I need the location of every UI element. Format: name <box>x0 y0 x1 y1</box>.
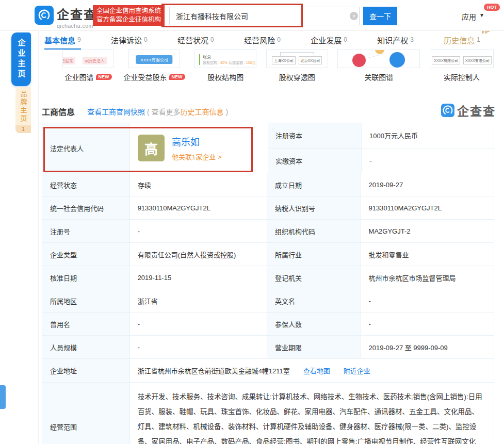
more-prefix: ( 查看更多 <box>147 108 181 116</box>
row-value: - <box>361 289 494 312</box>
row-label: 注册号 <box>42 220 130 242</box>
table-row: 人员规模 - 营业期限 2019-09-27 至 9999-09-09 <box>42 336 494 359</box>
orange-node <box>375 50 384 54</box>
side-tab-company-home[interactable]: 企业主页 <box>11 32 31 86</box>
side-tab-brand-home[interactable]: 品牌主页 1 <box>15 87 31 133</box>
avatar[interactable]: 高 <box>138 135 165 161</box>
card-actual-controller[interactable]: XXXX有限公司 XXXX有限公司 实际控制人 <box>430 50 494 82</box>
view-map-link[interactable]: 查看地图 <box>303 366 330 375</box>
brand-name: 企查查 <box>57 5 97 23</box>
clear-search-icon[interactable]: × <box>350 12 358 20</box>
more-suffix: ) <box>224 108 229 116</box>
actual-controller-thumbnail: XXXX有限公司 XXXX有限公司 <box>430 50 494 68</box>
tab-intellectual-property[interactable]: 知识产权 3 <box>377 31 414 50</box>
row-value: MA2GYGJT-2 <box>361 220 494 242</box>
app-menu[interactable]: HOT 应用 ▼ <box>459 3 500 26</box>
watermark-text: 企查查 <box>457 102 496 119</box>
card-relation-graph[interactable]: 关联图谱 <box>337 50 420 82</box>
floating-side-widget[interactable] <box>0 385 6 409</box>
row-value: 2019-11-15 <box>130 266 267 289</box>
brand-count-badge: 1 <box>15 125 31 133</box>
mini-company-boxes: XXXX有限公司 XXXX有限公司 <box>430 56 493 64</box>
graph-shortcuts: 历史股东 ⊕历史法人 企业图谱 NEW XXXX有限公司 企业受益股东 NEW <box>62 50 494 82</box>
tab-label: 经营状况 <box>177 35 208 45</box>
red-node <box>352 54 366 67</box>
tab-count: 1 <box>477 36 480 43</box>
tab-basic-info[interactable]: 基本信息 9 <box>44 31 81 50</box>
scope-label: 经营范围 <box>42 383 130 444</box>
search-input[interactable] <box>169 7 360 25</box>
history-legal-tag: ⊕历史法人 <box>83 57 107 64</box>
legal-rep-name-link[interactable]: 高乐如 <box>172 135 221 148</box>
tab-operating-risk[interactable]: 经营风险 0 <box>244 31 281 50</box>
new-badge: NEW <box>169 74 185 80</box>
related-companies-link[interactable]: 他关联1家企业 > <box>172 152 221 161</box>
tab-legal-litigation[interactable]: 法律诉讼 0 <box>111 31 148 50</box>
history-business-info-link[interactable]: 历史工商信息 <box>181 108 224 116</box>
row-value: 2019-09-27 至 9999-09-09 <box>361 336 494 358</box>
mini-company-box: 北京XX公司 <box>299 56 322 64</box>
table-row: 核准日期 2019-11-15 登记机关 杭州市余杭区市场监督管理局 <box>42 266 494 289</box>
side-tab-brand-label: 品牌主页 <box>19 87 28 125</box>
row-value: 存续 <box>130 173 267 196</box>
blue-node <box>389 52 405 68</box>
row-value: - <box>361 313 494 335</box>
row-value: - <box>130 336 267 358</box>
qichacha-logo-icon[interactable] <box>35 6 54 25</box>
table-row: 企业类型 有限责任公司(自然人投资或控股) 所属行业 批发和零售业 <box>42 243 494 266</box>
tab-company-development[interactable]: 企业发展 0 <box>311 31 347 50</box>
row-value: 2019-09-27 <box>361 173 494 196</box>
legal-rep-cell: 高 高乐如 他关联1家企业 > <box>130 123 268 173</box>
brand-domain: qichacha.com <box>57 23 97 29</box>
company-pill: XXXX有限公司 <box>136 55 172 64</box>
nearby-companies-link[interactable]: 附近企业 <box>344 366 370 375</box>
more-history-wrap: ( 查看更多历史工商信息 ) <box>147 106 228 117</box>
equity-amount-value: 100万元 <box>246 61 256 64</box>
tab-operating-status[interactable]: 经营状况 0 <box>177 31 214 50</box>
mini-company-box: XXXX有限公司 <box>463 56 492 64</box>
tab-label: 基本信息 <box>44 35 75 45</box>
logo-text[interactable]: 企查查 qichacha.com <box>57 5 97 29</box>
card-label: 关联图谱 <box>364 72 393 82</box>
table-row: 曾用名 - 参保人数 - <box>42 313 494 336</box>
tab-label: 法律诉讼 <box>111 35 142 45</box>
row-value: - <box>130 313 267 335</box>
row-value: 91330110MA2GYGJT2L <box>361 196 494 219</box>
row-value: 浙江省 <box>130 289 267 312</box>
card-label: 股权结构图 <box>207 72 243 82</box>
card-equity-penetration[interactable]: 上海XX公司 北京XX公司 股权穿透图 <box>266 50 328 82</box>
card-label: 股权穿透图 <box>279 72 315 82</box>
tab-history-info[interactable]: 历史信息 1 <box>444 31 480 50</box>
row-label: 英文名 <box>267 289 361 312</box>
mini-company-box: XXXX有限公司 <box>432 56 460 64</box>
equity-ratio-label: 股权结构 : <box>203 61 219 64</box>
row-label: 企业类型 <box>42 243 130 266</box>
reg-capital-value: 1000万元人民币 <box>362 123 495 148</box>
card-equity-structure[interactable]: 张总 股权结构 : 40% 认缴金额 : 100万元 股权结构图 <box>194 50 256 82</box>
row-label: 经营状态 <box>42 173 130 196</box>
tab-count: 3 <box>410 36 414 43</box>
company-graph-thumbnail: 历史股东 ⊕历史法人 <box>62 50 114 68</box>
tab-count: 9 <box>77 36 81 43</box>
search-button[interactable]: 查一下 <box>363 7 397 25</box>
card-beneficial-shareholders[interactable]: XXXX有限公司 企业受益股东 NEW <box>124 50 185 82</box>
address-label: 企业地址 <box>42 359 130 382</box>
row-value: 杭州市余杭区市场监督管理局 <box>361 266 494 289</box>
spiral-q-icon <box>441 104 454 117</box>
row-label: 统一社会信用代码 <box>42 196 130 219</box>
official-snapshot-link[interactable]: 查看工商官网快照 <box>87 106 145 117</box>
slogan-banner: 全国企业信用查询系统 官方备案企业征信机构 <box>93 5 165 26</box>
card-company-graph[interactable]: 历史股东 ⊕历史法人 企业图谱 NEW <box>62 50 114 82</box>
table-row: 注册号 - 组织机构代码 MA2GYGJT-2 <box>42 220 494 243</box>
reg-capital-label: 注册资本 <box>268 123 362 148</box>
row-label: 成立日期 <box>267 173 361 196</box>
slogan-line-1: 全国企业信用查询系统 <box>96 7 161 15</box>
equity-detail-line: 股权结构 : 40% 认缴金额 : 100万元 <box>203 60 256 65</box>
business-info-table: 法定代表人 高 高乐如 他关联1家企业 > 注册资本 1000万元人民币 <box>42 123 494 444</box>
row-label: 营业期限 <box>267 336 361 358</box>
table-row: 法定代表人 高 高乐如 他关联1家企业 > 注册资本 1000万元人民币 <box>42 123 494 173</box>
equity-ratio-value: 40% <box>220 61 227 64</box>
row-value: 有限责任公司(自然人投资或控股) <box>130 243 267 266</box>
equity-mini-detail: 张总 股权结构 : 40% 认缴金额 : 100万元 <box>199 54 256 65</box>
hot-badge: HOT <box>484 4 500 11</box>
